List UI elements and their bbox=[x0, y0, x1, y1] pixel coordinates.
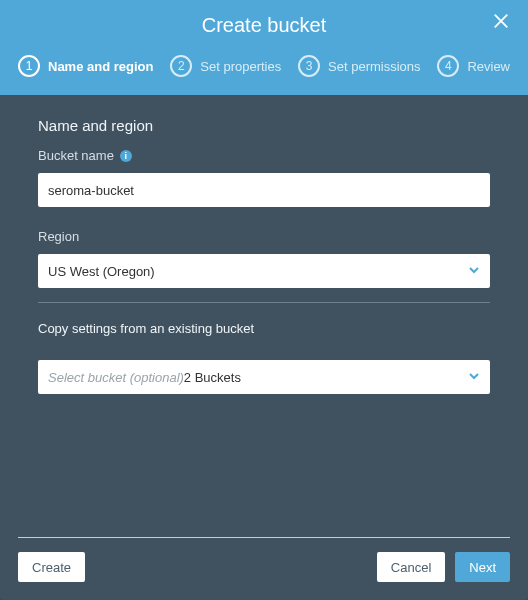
chevron-down-icon bbox=[468, 370, 480, 385]
copy-bucket-value: Select bucket (optional)2 Buckets bbox=[48, 370, 241, 385]
step-number: 2 bbox=[170, 55, 192, 77]
close-icon bbox=[492, 16, 510, 33]
divider bbox=[38, 302, 490, 303]
step-number: 3 bbox=[298, 55, 320, 77]
region-selected-value: US West (Oregon) bbox=[48, 264, 155, 279]
cancel-button[interactable]: Cancel bbox=[377, 552, 445, 582]
chevron-down-icon bbox=[468, 264, 480, 279]
info-icon[interactable]: i bbox=[120, 150, 132, 162]
create-button[interactable]: Create bbox=[18, 552, 85, 582]
copy-settings-label: Copy settings from an existing bucket bbox=[38, 321, 490, 336]
copy-bucket-select[interactable]: Select bucket (optional)2 Buckets bbox=[38, 360, 490, 394]
close-button[interactable] bbox=[492, 12, 510, 34]
step-number: 4 bbox=[437, 55, 459, 77]
bucket-name-label: Bucket name i bbox=[38, 148, 490, 163]
bucket-name-input[interactable] bbox=[38, 173, 490, 207]
modal-title: Create bucket bbox=[202, 14, 327, 37]
region-label: Region bbox=[38, 229, 490, 244]
footer-actions: Cancel Next bbox=[377, 552, 510, 582]
step-name-and-region[interactable]: 1 Name and region bbox=[18, 55, 153, 77]
label-text: Region bbox=[38, 229, 79, 244]
step-label: Name and region bbox=[48, 59, 153, 74]
title-row: Create bucket bbox=[18, 14, 510, 37]
copy-bucket-placeholder: Select bucket (optional) bbox=[48, 370, 184, 385]
modal-body: Name and region Bucket name i Region US … bbox=[0, 95, 528, 537]
copy-bucket-count: 2 Buckets bbox=[184, 370, 241, 385]
step-label: Review bbox=[467, 59, 510, 74]
step-label: Set permissions bbox=[328, 59, 420, 74]
label-text: Bucket name bbox=[38, 148, 114, 163]
modal-header: Create bucket 1 Name and region 2 Set pr… bbox=[0, 0, 528, 95]
next-button[interactable]: Next bbox=[455, 552, 510, 582]
step-number: 1 bbox=[18, 55, 40, 77]
step-set-properties[interactable]: 2 Set properties bbox=[170, 55, 281, 77]
wizard-steps: 1 Name and region 2 Set properties 3 Set… bbox=[18, 55, 510, 77]
section-heading: Name and region bbox=[38, 117, 490, 134]
step-label: Set properties bbox=[200, 59, 281, 74]
step-set-permissions[interactable]: 3 Set permissions bbox=[298, 55, 420, 77]
region-select[interactable]: US West (Oregon) bbox=[38, 254, 490, 288]
step-review[interactable]: 4 Review bbox=[437, 55, 510, 77]
create-bucket-modal: Create bucket 1 Name and region 2 Set pr… bbox=[0, 0, 528, 600]
modal-footer: Create Cancel Next bbox=[0, 538, 528, 600]
